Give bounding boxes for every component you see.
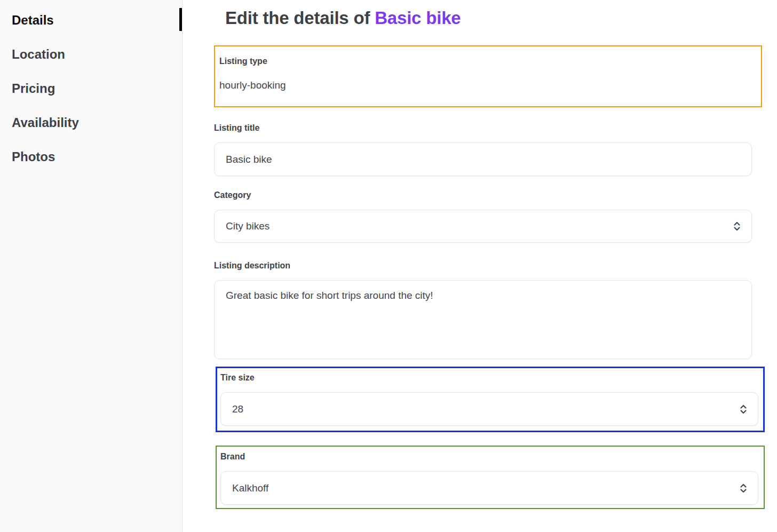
edit-form: Listing type hourly-booking Listing titl… xyxy=(214,45,762,509)
chevron-up-down-icon xyxy=(733,220,741,233)
listing-description-textarea[interactable]: Great basic bike for short trips around … xyxy=(214,280,752,359)
page-title-prefix: Edit the details of xyxy=(225,8,375,28)
sidebar-item-photos[interactable]: Photos xyxy=(12,149,55,164)
chevron-up-down-icon xyxy=(739,482,748,495)
brand-highlight-box: Brand Kalkhoff xyxy=(216,446,765,509)
listing-type-highlight-box: Listing type hourly-booking xyxy=(214,45,762,107)
page: Details Location Pricing Availability Ph… xyxy=(0,0,777,532)
listing-type-label: Listing type xyxy=(219,57,756,66)
listing-title-input[interactable] xyxy=(214,142,752,176)
listing-type-value: hourly-booking xyxy=(219,80,756,91)
page-title-listing-name: Basic bike xyxy=(375,8,461,28)
sidebar-item-availability[interactable]: Availability xyxy=(12,115,79,130)
page-title: Edit the details of Basic bike xyxy=(225,7,777,29)
category-select[interactable]: City bikes xyxy=(214,210,752,243)
tire-size-selected-value: 28 xyxy=(232,403,243,415)
category-selected-value: City bikes xyxy=(226,220,269,232)
category-label: Category xyxy=(214,190,762,200)
tire-size-label: Tire size xyxy=(220,373,758,382)
listing-title-label: Listing title xyxy=(214,123,762,132)
sidebar-item-details[interactable]: Details xyxy=(12,12,54,28)
brand-label: Brand xyxy=(220,452,758,461)
listing-description-label: Listing description xyxy=(214,261,762,270)
brand-selected-value: Kalkhoff xyxy=(232,482,268,494)
tire-size-select[interactable]: 28 xyxy=(220,392,758,426)
main-content: Edit the details of Basic bike Listing t… xyxy=(183,0,777,532)
sidebar-item-pricing[interactable]: Pricing xyxy=(12,81,55,96)
sidebar-item-location[interactable]: Location xyxy=(12,46,65,62)
sidebar: Details Location Pricing Availability Ph… xyxy=(0,0,183,532)
chevron-up-down-icon xyxy=(739,403,748,416)
active-item-indicator xyxy=(179,8,182,31)
brand-select[interactable]: Kalkhoff xyxy=(220,471,758,505)
tire-size-highlight-box: Tire size 28 xyxy=(216,367,765,432)
